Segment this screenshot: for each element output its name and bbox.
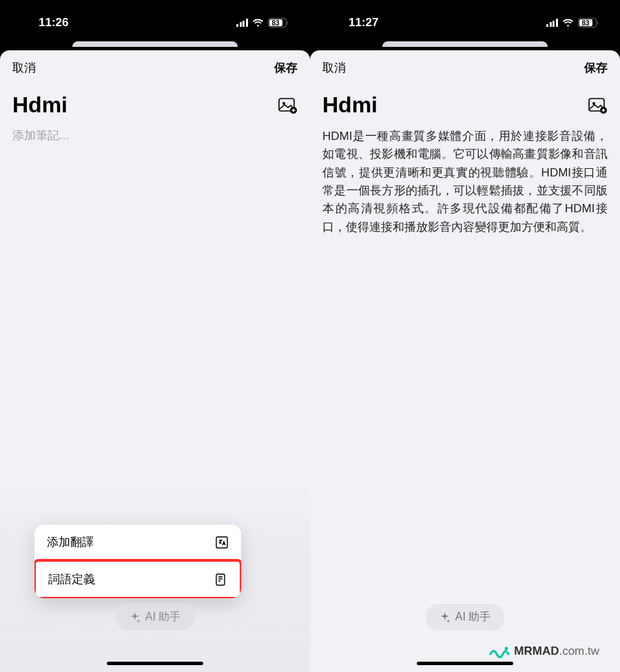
svg-rect-4 [216, 574, 225, 585]
watermark: MRMAD.com.tw [489, 644, 599, 658]
menu-item-add-translation[interactable]: 添加翻譯 [34, 525, 241, 560]
status-time: 11:27 [331, 16, 378, 30]
svg-rect-3 [216, 537, 227, 548]
sheet-handle-area [310, 37, 620, 50]
watermark-domain: .com.tw [559, 644, 599, 658]
sheet-handle-area [0, 37, 310, 50]
home-indicator[interactable] [107, 662, 203, 665]
phone-screen-right: 11:27 83 取消 保存 Hdmi HDMI是一種高 [310, 0, 620, 672]
cancel-button[interactable]: 取消 [322, 60, 346, 76]
note-title-input[interactable]: Hdmi [12, 92, 68, 118]
save-button[interactable]: 保存 [274, 60, 298, 76]
home-indicator[interactable] [417, 662, 513, 665]
ai-assistant-button[interactable]: AI 助手 [426, 604, 505, 631]
status-indicators: 83 [236, 18, 289, 28]
battery-level: 83 [269, 19, 282, 26]
ai-button-label: AI 助手 [455, 610, 491, 624]
menu-item-word-definition[interactable]: 詞語定義 [36, 562, 240, 597]
cellular-icon [236, 19, 248, 27]
cellular-icon [546, 19, 558, 27]
battery-level: 83 [579, 19, 592, 26]
note-title-input[interactable]: Hdmi [322, 92, 378, 118]
menu-item-label: 添加翻譯 [47, 534, 94, 550]
watermark-logo-icon [489, 644, 510, 658]
note-body-placeholder[interactable]: 添加筆記... [12, 128, 298, 143]
status-bar: 11:27 83 [310, 0, 620, 37]
svg-point-11 [505, 647, 508, 651]
sparkle-icon [130, 612, 141, 623]
phone-screen-left: 11:26 83 取消 保存 Hdmi 添加筆記... [0, 0, 310, 672]
wifi-icon [252, 19, 264, 28]
wifi-icon [562, 19, 574, 28]
note-body-text[interactable]: HDMI是一種高畫質多媒體介面，用於連接影音設備，如電視、投影機和電腦。它可以傳… [322, 128, 608, 236]
translate-icon [215, 536, 229, 549]
ai-assistant-button[interactable]: AI 助手 [116, 604, 195, 631]
add-image-icon[interactable] [588, 97, 608, 114]
document-icon [214, 573, 227, 587]
highlight-annotation: 詞語定義 [34, 559, 241, 598]
cancel-button[interactable]: 取消 [12, 60, 36, 76]
status-indicators: 83 [546, 18, 599, 28]
status-bar: 11:26 83 [0, 0, 310, 37]
status-time: 11:26 [21, 16, 68, 30]
ai-button-label: AI 助手 [145, 610, 181, 624]
content-sheet: 取消 保存 Hdmi HDMI是一種高畫質多媒體介面，用於連接影音設備，如電視、… [310, 50, 620, 672]
save-button[interactable]: 保存 [584, 60, 608, 76]
battery-icon: 83 [268, 18, 289, 28]
content-sheet: 取消 保存 Hdmi 添加筆記... 添加翻譯 [0, 50, 310, 672]
menu-item-label: 詞語定義 [48, 571, 95, 587]
sparkle-icon [440, 612, 451, 623]
ai-popup-menu: 添加翻譯 詞語定義 [34, 525, 241, 598]
battery-icon: 83 [578, 18, 599, 28]
watermark-brand: MRMAD [514, 644, 559, 658]
add-image-icon[interactable] [278, 97, 298, 114]
